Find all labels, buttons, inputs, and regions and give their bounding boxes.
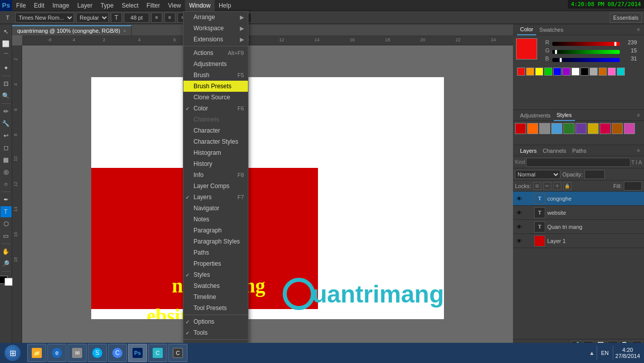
style-icon-5[interactable] — [563, 123, 574, 134]
menu-view[interactable]: View — [164, 0, 185, 11]
essentials-button[interactable]: Essentials — [610, 13, 642, 23]
layer-eye-layer1[interactable]: 👁 — [515, 237, 523, 245]
menu-image[interactable]: Image — [48, 0, 73, 11]
tool-clone[interactable]: 🔧 — [1, 118, 12, 129]
swatch-item[interactable] — [553, 68, 561, 76]
color-swatch-main[interactable] — [516, 38, 537, 59]
b-slider[interactable] — [552, 56, 620, 60]
menu-filter[interactable]: Filter — [143, 0, 164, 11]
menu-paragraph-styles[interactable]: Paragraph Styles — [183, 236, 248, 247]
tool-magic-wand[interactable]: ✦ — [1, 63, 12, 74]
menu-properties[interactable]: Properties — [183, 258, 248, 269]
start-button[interactable]: ⊞ — [0, 343, 25, 363]
layers-filter-icon2[interactable]: I — [636, 159, 637, 165]
r-slider[interactable] — [552, 40, 620, 44]
tool-move[interactable]: ↖ — [1, 26, 12, 37]
layer-row-website[interactable]: 👁 T website — [513, 206, 644, 220]
menu-notes[interactable]: Notes — [183, 214, 248, 225]
swatch-item[interactable] — [544, 68, 552, 76]
system-tray[interactable]: ▲ — [589, 350, 595, 356]
layers-tab[interactable]: Layers — [517, 148, 540, 154]
menu-swatches[interactable]: Swatches — [183, 280, 248, 291]
menu-layers[interactable]: Layers F7 — [183, 192, 248, 203]
menu-tool-presets[interactable]: Tool Presets — [183, 302, 248, 314]
taskbar-item-app2[interactable]: C — [168, 344, 187, 362]
style-icon-6[interactable] — [575, 123, 587, 134]
swatches-tab[interactable]: Swatches — [536, 24, 566, 35]
swatch-item[interactable] — [535, 68, 543, 76]
menu-workspace[interactable]: Workspace ▶ — [183, 23, 248, 34]
swatch-item[interactable] — [608, 68, 616, 76]
menu-clone-source[interactable]: Clone Source — [183, 92, 248, 103]
swatch-item[interactable] — [562, 68, 570, 76]
swatch-item[interactable] — [599, 68, 607, 76]
g-slider[interactable] — [552, 48, 620, 52]
adjustments-tab[interactable]: Adjustments — [517, 110, 554, 121]
style-icon-9[interactable] — [612, 123, 623, 134]
background-color[interactable] — [5, 278, 13, 286]
style-icon-3[interactable] — [539, 123, 550, 134]
menu-options[interactable]: Options — [183, 316, 248, 327]
layers-panel-collapse[interactable]: ≡ — [637, 148, 640, 153]
layers-search-input[interactable] — [526, 158, 630, 167]
menu-paragraph[interactable]: Paragraph — [183, 225, 248, 236]
opacity-input[interactable]: 100% — [585, 170, 605, 179]
lock-all-btn[interactable]: 🔒 — [563, 182, 571, 190]
swatch-item[interactable] — [581, 68, 589, 76]
menu-arrange[interactable]: Arrange ▶ — [183, 12, 248, 23]
menu-layer[interactable]: Layer — [73, 0, 96, 11]
tool-hand[interactable]: ✋ — [1, 246, 12, 257]
menu-brush-presets[interactable]: Brush Presets — [183, 81, 248, 92]
taskbar-item-photoshop[interactable]: Ps — [128, 344, 147, 362]
swatch-item[interactable] — [590, 68, 598, 76]
tool-shape[interactable]: ▭ — [1, 230, 12, 241]
style-icon-1[interactable] — [515, 123, 526, 134]
swatch-item[interactable] — [517, 68, 525, 76]
taskbar-item-skype[interactable]: S — [88, 344, 107, 362]
align-center-btn[interactable]: ≡ — [164, 13, 175, 23]
blend-mode-select[interactable]: Normal — [515, 170, 560, 179]
menu-timeline[interactable]: Timeline — [183, 291, 248, 302]
tool-path[interactable]: ⬡ — [1, 218, 12, 229]
tool-zoom[interactable]: 🔎 — [1, 258, 12, 269]
color-tab[interactable]: Color — [517, 24, 536, 35]
menu-brush[interactable]: Brush F5 — [183, 70, 248, 81]
tool-crop[interactable]: ⊡ — [1, 78, 12, 89]
taskbar-item-app1[interactable]: C — [148, 344, 167, 362]
fill-input[interactable]: 100% — [624, 182, 642, 191]
menu-styles[interactable]: Styles — [183, 269, 248, 280]
layer-eye-website[interactable]: 👁 — [515, 209, 523, 217]
tool-dodge[interactable]: ○ — [1, 178, 12, 190]
layers-filter-icon[interactable]: T — [631, 159, 635, 165]
layer-eye-congnghe[interactable]: 👁 — [515, 195, 523, 203]
taskbar-item-chrome[interactable]: C — [108, 344, 127, 362]
swatch-item[interactable] — [571, 68, 579, 76]
menu-adjustments[interactable]: Adjustments — [183, 58, 248, 70]
channels-tab[interactable]: Channels — [540, 148, 569, 154]
paths-tab[interactable]: Paths — [569, 148, 590, 154]
style-icon-7[interactable] — [588, 123, 599, 134]
layer-eye-quantrimang[interactable]: 👁 — [515, 223, 523, 231]
tool-gradient[interactable]: ▦ — [1, 154, 12, 165]
tool-eyedropper[interactable]: 🔍 — [1, 90, 12, 101]
menu-character-styles[interactable]: Character Styles — [183, 136, 248, 147]
tool-brush[interactable]: ✏ — [1, 106, 12, 117]
tool-eraser[interactable]: ◻ — [1, 142, 12, 153]
lock-transparent-btn[interactable]: ⊞ — [533, 182, 541, 190]
menu-window[interactable]: Window — [185, 0, 215, 11]
menu-history[interactable]: History — [183, 158, 248, 169]
taskbar-item-ie[interactable]: e — [47, 344, 67, 362]
layer-row-quantrimang[interactable]: 👁 T Quan tri mang — [513, 220, 644, 234]
font-size-input[interactable] — [124, 13, 149, 23]
menu-paths[interactable]: Paths — [183, 247, 248, 258]
menu-edit[interactable]: Edit — [30, 0, 48, 11]
adj-panel-collapse[interactable]: ≡ — [637, 112, 640, 118]
tab-close-button[interactable]: × — [123, 28, 126, 34]
tool-history-brush[interactable]: ↩ — [1, 130, 12, 141]
style-icon-4[interactable] — [551, 123, 562, 134]
menu-help[interactable]: Help — [215, 0, 235, 11]
tool-pen[interactable]: ✒ — [1, 194, 12, 205]
taskbar-item-mail[interactable]: ✉ — [68, 344, 87, 362]
taskbar-item-explorer[interactable]: 📁 — [27, 344, 46, 362]
menu-histogram[interactable]: Histogram — [183, 147, 248, 158]
